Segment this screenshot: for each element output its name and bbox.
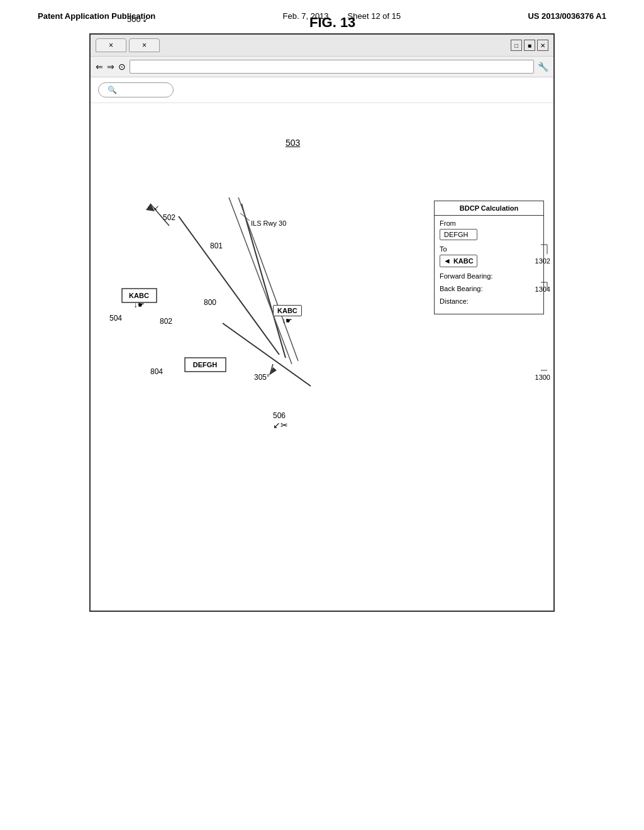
- svg-text:KABC: KABC: [129, 292, 149, 299]
- bdcp-title: BDCP Calculation: [435, 201, 543, 216]
- svg-text:305°: 305°: [254, 373, 270, 382]
- minimize-button[interactable]: □: [511, 40, 522, 51]
- maximize-button[interactable]: ■: [524, 40, 535, 51]
- bdcp-from-value[interactable]: DEFGH: [440, 229, 477, 240]
- kabc-right-label: KABC: [273, 305, 302, 316]
- bdcp-back-label: Back Bearing:: [440, 285, 538, 292]
- ref-506: 506 ↙✂: [273, 411, 288, 430]
- cursor-right: ↓☛: [273, 316, 302, 325]
- close-button[interactable]: ✕: [537, 40, 548, 51]
- browser-titlebar: × × □ ■ ✕: [91, 35, 553, 57]
- search-icon: 🔍: [108, 86, 117, 94]
- search-area: 🔍: [91, 77, 553, 103]
- bdcp-to-row: To ◄ KABC: [440, 245, 538, 267]
- map-area: 503 KABC ↓☛: [91, 103, 553, 581]
- address-bar[interactable]: [130, 60, 534, 74]
- ref-802: 802: [160, 317, 172, 326]
- bdcp-body: From DEFGH To ◄ KABC Forward Bearing:: [435, 216, 543, 314]
- bdcp-back-row: Back Bearing:: [440, 285, 538, 292]
- svg-line-0: [179, 216, 279, 355]
- browser-tab-1[interactable]: ×: [96, 38, 126, 52]
- main-content: × × □ ■ ✕ ⇐ ⇒ ⊙ 🔧 🔍 503: [0, 27, 644, 618]
- window-controls: □ ■ ✕: [511, 40, 548, 51]
- browser-tab-2[interactable]: ×: [129, 38, 160, 52]
- map-area-label: 503: [286, 138, 300, 148]
- ref-1300: 1300: [535, 374, 550, 381]
- ref-804: 804: [150, 367, 163, 376]
- arrow-icon: ◄: [443, 257, 451, 265]
- kabc-right: KABC ↓☛: [273, 304, 302, 325]
- bdcp-forward-row: Forward Bearing:: [440, 272, 538, 280]
- bdcp-distance-label: Distance:: [440, 297, 538, 305]
- map-svg: KABC ↓☛ DEFGH 305° ILS Rwy 30: [103, 191, 392, 430]
- ref-500: 500 ↙: [127, 14, 148, 24]
- svg-text:ILS Rwy 30: ILS Rwy 30: [251, 219, 286, 227]
- browser-window: × × □ ■ ✕ ⇐ ⇒ ⊙ 🔧 🔍 503: [89, 33, 555, 612]
- bdcp-to-value[interactable]: ◄ KABC: [440, 255, 477, 267]
- bdcp-to-label: To: [440, 245, 538, 253]
- ref-1302: 1302: [535, 257, 550, 265]
- bdcp-panel: BDCP Calculation From DEFGH To ◄ KABC: [434, 201, 544, 314]
- browser-tabs: × ×: [96, 38, 160, 52]
- figure-label: FIG. 13: [309, 14, 355, 31]
- ref-502-arrow: ↙: [153, 204, 159, 212]
- svg-text:↓☛: ↓☛: [134, 301, 145, 309]
- bdcp-from-label: From: [440, 219, 538, 227]
- ref-801: 801: [210, 241, 223, 250]
- search-bar[interactable]: 🔍: [98, 82, 174, 97]
- svg-text:DEFGH: DEFGH: [193, 361, 218, 368]
- browser-toolbar: ⇐ ⇒ ⊙ 🔧: [91, 57, 553, 77]
- ref-504: 504: [109, 314, 122, 323]
- settings-icon[interactable]: 🔧: [538, 62, 548, 72]
- forward-button[interactable]: ⇒: [107, 62, 114, 72]
- bdcp-distance-row: Distance:: [440, 297, 538, 305]
- back-button[interactable]: ⇐: [96, 62, 103, 72]
- bdcp-forward-label: Forward Bearing:: [440, 272, 538, 280]
- ref-502: 502: [163, 213, 175, 222]
- bdcp-from-row: From DEFGH: [440, 219, 538, 240]
- reload-button[interactable]: ⊙: [118, 62, 126, 72]
- ref-800: 800: [204, 298, 216, 307]
- patent-number: US 2013/0036376 A1: [528, 11, 606, 21]
- ref-1304: 1304: [535, 285, 550, 293]
